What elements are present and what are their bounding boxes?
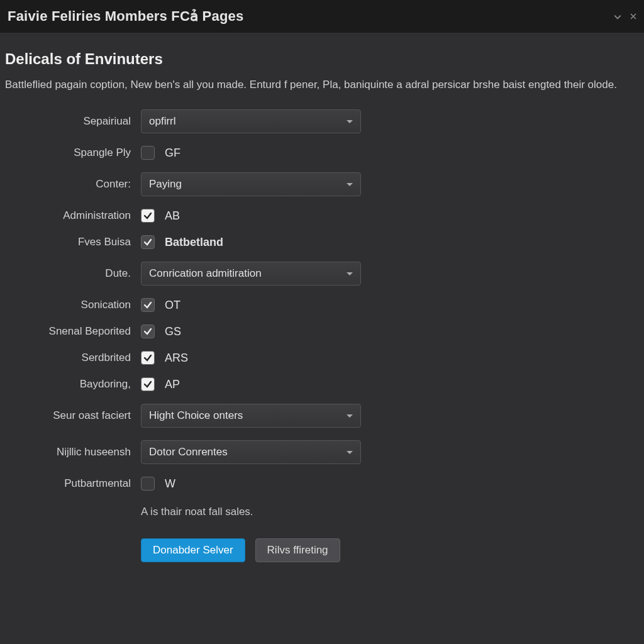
- primary-button[interactable]: Donabder Selver: [141, 538, 245, 562]
- select-conter-value: Paying: [149, 178, 182, 191]
- code-snenal: GS: [165, 325, 181, 338]
- titlebar-controls: [614, 11, 636, 21]
- button-row: Donabder Selver Rilvs ffireting: [141, 531, 367, 562]
- label-fves-buisa: Fves Buisa: [0, 236, 132, 248]
- label-snenal: Snenal Beporited: [0, 325, 132, 338]
- label-conter: Conter:: [0, 178, 132, 191]
- window-title: Faivie Feliries Mombers FCả Pages: [8, 8, 243, 25]
- label-administration: Administration: [0, 209, 132, 222]
- select-conter[interactable]: Paying: [141, 172, 361, 196]
- page-title: Delicals of Envinuters: [0, 50, 644, 78]
- chevron-down-icon: [347, 272, 353, 275]
- select-nijllic-value: Dotor Conrentes: [149, 446, 228, 458]
- label-sonication: Sonication: [0, 299, 132, 311]
- chevron-down-icon: [347, 451, 353, 454]
- select-dute[interactable]: Conrication admitiration: [141, 262, 361, 286]
- page-description: Battleflied pagain coption, New ben's al…: [0, 78, 644, 109]
- label-sepairiual: Sepairiual: [0, 115, 132, 128]
- chevron-down-icon: [347, 183, 353, 186]
- checkbox-putbartmental[interactable]: [141, 477, 155, 491]
- chevron-down-icon: [347, 120, 353, 123]
- select-seur-oast-value: Hight Choice onters: [149, 409, 243, 422]
- label-putbartmental: Putbartmental: [0, 477, 132, 490]
- checkbox-snenal[interactable]: [141, 325, 155, 338]
- close-icon[interactable]: [630, 11, 636, 21]
- page-content: Delicals of Envinuters Battleflied pagai…: [0, 33, 644, 562]
- checkbox-spangle-ply[interactable]: [141, 146, 155, 160]
- label-spangle-ply: Spangle Ply: [0, 147, 132, 159]
- label-baydoring: Baydoring,: [0, 378, 132, 391]
- checkbox-fves-buisa[interactable]: [141, 235, 155, 249]
- code-serdbrited: ARS: [165, 352, 188, 365]
- select-seur-oast[interactable]: Hight Choice onters: [141, 404, 361, 428]
- label-serdbrited: Serdbrited: [0, 352, 132, 364]
- select-sepairiual-value: opfirrl: [149, 115, 176, 128]
- settings-form: Sepairiual opfirrl Spangle Ply GF Conter…: [0, 109, 644, 562]
- select-sepairiual[interactable]: opfirrl: [141, 109, 361, 133]
- titlebar: Faivie Feliries Mombers FCả Pages: [0, 0, 644, 33]
- chevron-down-icon: [347, 414, 353, 418]
- label-seur-oast: Seur oast faciert: [0, 409, 132, 422]
- select-dute-value: Conrication admitiration: [149, 267, 262, 280]
- checkbox-serdbrited[interactable]: [141, 351, 155, 365]
- label-dute: Dute.: [0, 267, 132, 280]
- checkbox-baydoring[interactable]: [141, 377, 155, 391]
- chevron-down-icon[interactable]: [614, 11, 621, 21]
- label-nijllic: Nijllic huseensh: [0, 446, 132, 458]
- checkbox-sonication[interactable]: [141, 298, 155, 312]
- code-fves-buisa: Batbetland: [165, 236, 223, 249]
- code-spangle-ply: GF: [165, 147, 180, 160]
- code-administration: AB: [165, 209, 180, 223]
- select-nijllic[interactable]: Dotor Conrentes: [141, 440, 361, 464]
- helper-text: A is thair noat fall sales.: [141, 503, 367, 518]
- checkbox-administration[interactable]: [141, 209, 155, 223]
- code-putbartmental: W: [165, 477, 175, 491]
- code-sonication: OT: [165, 299, 180, 312]
- secondary-button[interactable]: Rilvs ffireting: [255, 538, 340, 562]
- code-baydoring: AP: [165, 378, 180, 391]
